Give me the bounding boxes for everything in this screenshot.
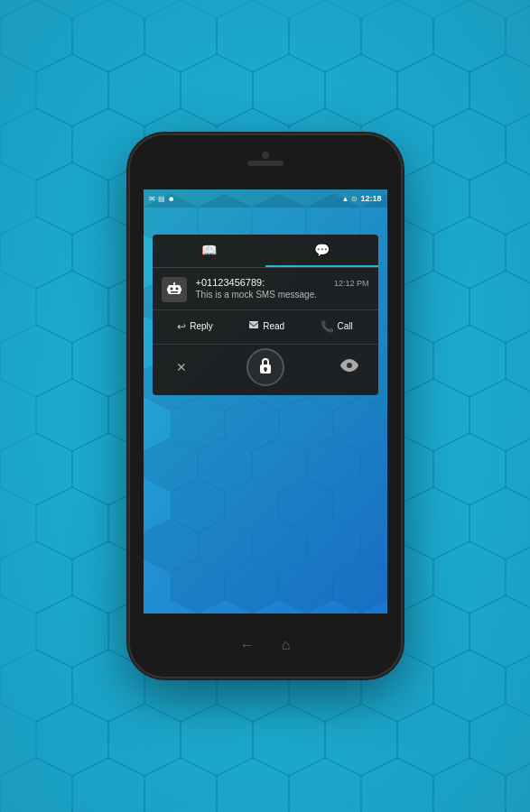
back-button[interactable]: ← xyxy=(240,637,255,653)
read-icon xyxy=(248,319,259,333)
call-icon: 📞 xyxy=(321,320,334,333)
tab-book[interactable]: 📖 xyxy=(153,235,265,267)
svg-point-12 xyxy=(347,363,352,368)
notif-message: This is a mock SMS message. xyxy=(196,290,369,300)
notification-item: +01123456789: 12:12 PM This is a mock SM… xyxy=(153,268,378,309)
close-icon: ✕ xyxy=(176,360,187,374)
notif-app-icon xyxy=(162,277,187,302)
phone-top-bezel xyxy=(130,135,401,189)
screen-content: ✉ ▤ ☻ ▲ ⊙ 12:18 📖 xyxy=(144,189,387,614)
action-buttons-row: ↩ Reply Read xyxy=(153,309,378,344)
call-button[interactable]: 📞 Call xyxy=(315,317,358,337)
notification-panel: 📖 💬 xyxy=(153,235,378,395)
read-label: Read xyxy=(263,321,284,331)
svg-point-4 xyxy=(175,288,178,291)
svg-rect-7 xyxy=(167,288,169,291)
cyanogen-status-icon: ☻ xyxy=(168,195,175,203)
svg-rect-8 xyxy=(180,288,181,291)
svg-rect-5 xyxy=(171,291,178,293)
reply-button[interactable]: ↩ Reply xyxy=(172,317,219,337)
visibility-button[interactable] xyxy=(335,353,364,382)
phone-device: ✉ ▤ ☻ ▲ ⊙ 12:18 📖 xyxy=(130,135,401,677)
notif-sender: +01123456789: xyxy=(196,277,265,288)
reply-label: Reply xyxy=(190,321,213,331)
phone-bottom-bezel: ← ⌂ xyxy=(130,614,401,677)
tab-sms[interactable]: 💬 xyxy=(265,235,378,267)
notif-header: +01123456789: 12:12 PM xyxy=(196,277,369,288)
lock-row: ✕ xyxy=(153,344,378,395)
home-button[interactable]: ⌂ xyxy=(282,637,291,653)
bars-status-icon: ▤ xyxy=(158,195,165,203)
phone-screen: ✉ ▤ ☻ ▲ ⊙ 12:18 📖 xyxy=(144,189,387,614)
svg-point-3 xyxy=(170,288,172,291)
lock-icon xyxy=(257,356,274,378)
battery-icon: ⊙ xyxy=(351,195,358,203)
front-camera xyxy=(262,152,269,159)
panel-tabs: 📖 💬 xyxy=(153,235,378,268)
svg-marker-0 xyxy=(0,0,72,72)
notif-time: 12:12 PM xyxy=(334,279,369,288)
reply-icon: ↩ xyxy=(177,320,186,333)
svg-rect-11 xyxy=(265,369,266,372)
book-tab-icon: 📖 xyxy=(201,243,217,257)
eye-icon xyxy=(340,359,358,375)
dismiss-button[interactable]: ✕ xyxy=(167,353,196,382)
status-bar: ✉ ▤ ☻ ▲ ⊙ 12:18 xyxy=(144,189,387,208)
call-label: Call xyxy=(338,321,353,331)
svg-rect-6 xyxy=(173,282,175,285)
sms-tab-icon: 💬 xyxy=(314,243,330,257)
earpiece-speaker xyxy=(247,161,284,166)
notif-content: +01123456789: 12:12 PM This is a mock SM… xyxy=(196,277,369,300)
status-time: 12:18 xyxy=(360,194,381,203)
signal-icon: ▲ xyxy=(342,195,349,203)
read-button[interactable]: Read xyxy=(243,316,290,337)
sms-status-icon: ✉ xyxy=(149,195,155,203)
status-right-area: ▲ ⊙ 12:18 xyxy=(342,194,382,203)
status-left-icons: ✉ ▤ ☻ xyxy=(149,195,175,203)
lock-button[interactable] xyxy=(246,348,284,386)
